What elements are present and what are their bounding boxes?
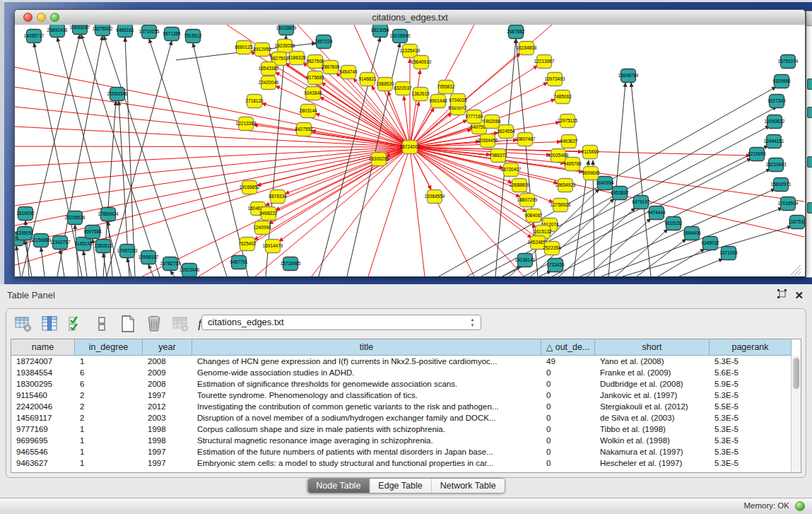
graph-edge[interactable]	[15, 147, 410, 265]
graph-edge[interactable]	[658, 249, 705, 276]
graph-edge[interactable]	[199, 147, 410, 276]
close-panel-icon[interactable]: ✕	[794, 291, 804, 300]
background-graph-node	[807, 107, 812, 118]
graph-node-label: 17957253	[117, 248, 138, 253]
graph-edge[interactable]	[580, 189, 775, 276]
float-panel-icon[interactable]	[777, 288, 787, 302]
table-selector-dropdown[interactable]: citations_edges.txt ▲▼	[201, 315, 481, 330]
graph-edge[interactable]	[149, 39, 227, 276]
column-header-short[interactable]: short	[595, 339, 710, 356]
background-window[interactable]	[806, 11, 812, 278]
graph-edge[interactable]	[60, 250, 64, 276]
graph-edge[interactable]	[637, 239, 686, 276]
table-mode-icon[interactable]	[13, 314, 33, 334]
graph-edge[interactable]	[623, 226, 792, 276]
memory-status-label: Memory: OK	[743, 501, 789, 510]
table-cell: 9115460	[11, 390, 75, 401]
column-header-out-de-[interactable]: △ out_de...	[541, 339, 595, 356]
network-window[interactable]: citations_edges.txt 18724007140557172089…	[14, 9, 806, 276]
column-header-year[interactable]: year	[143, 339, 192, 356]
resize-grip-icon[interactable]	[794, 269, 801, 275]
network-view-canvas[interactable]: 1872400714055717208914061065328715276002…	[15, 25, 805, 276]
table-row[interactable]: 969969511998Structural magnetic resonanc…	[11, 435, 791, 446]
table-row[interactable]: 1938455462009Genome-wide association stu…	[11, 367, 791, 378]
row-options-icon[interactable]	[92, 314, 112, 334]
table-cell: 22420046	[11, 401, 75, 412]
table-cell: 2012	[143, 401, 192, 412]
table-row[interactable]: 2242004622012Investigating the contribut…	[11, 401, 791, 412]
table-vertical-scrollbar[interactable]	[791, 356, 801, 472]
graph-edge[interactable]	[125, 37, 135, 276]
table-cell: 1997	[143, 446, 192, 457]
graph-edge[interactable]	[410, 147, 804, 237]
graph-edge[interactable]	[410, 70, 420, 147]
table-cell: 1	[75, 356, 143, 367]
table-toolbar: f(x)	[13, 313, 216, 335]
table-cell: 9777169	[11, 424, 75, 435]
select-columns-icon[interactable]	[66, 314, 86, 334]
graph-node-label: 10719155	[139, 29, 160, 34]
table-cell: 2008	[143, 356, 192, 367]
column-header-pagerank[interactable]: pagerank	[710, 339, 792, 356]
graph-node-label: 6479197	[632, 199, 650, 204]
graph-edge[interactable]	[279, 147, 410, 242]
graph-edge[interactable]	[104, 36, 184, 276]
graph-edge[interactable]	[83, 251, 87, 276]
citation-network-graph[interactable]: 1872400714055717208914061065328715276002…	[15, 25, 805, 276]
graph-node-label: 9827508	[306, 59, 324, 64]
graph-node-label: 16648784	[618, 73, 639, 78]
table-cell: 1997	[143, 457, 192, 469]
graph-edge[interactable]	[410, 147, 425, 276]
table-cell: 49	[541, 356, 595, 367]
graph-node-label: 15640910	[411, 59, 432, 64]
graph-node-label: 2687682	[507, 29, 525, 34]
graph-edge[interactable]	[616, 229, 668, 276]
show-columns-icon[interactable]	[40, 314, 59, 334]
graph-edge[interactable]	[15, 147, 410, 166]
graph-edge[interactable]	[148, 264, 153, 276]
graph-edge[interactable]	[601, 208, 782, 276]
graph-node-label: 12213383	[236, 121, 257, 126]
table-row[interactable]: 1830029562008Estimation of significance …	[11, 378, 791, 390]
table-cell: 5.3E-5	[710, 435, 792, 446]
column-header-name[interactable]: name	[11, 339, 75, 356]
table-row[interactable]: 1456911722003Disruption of a novel membe…	[11, 412, 791, 424]
graph-edge[interactable]	[312, 147, 410, 276]
graph-edge[interactable]	[25, 240, 32, 276]
table-row[interactable]: 1872400712008Changes of HCN gene express…	[11, 356, 791, 367]
graph-node-label: 16033809	[276, 25, 297, 30]
network-window-titlebar[interactable]: citations_edges.txt	[15, 10, 805, 25]
graph-edge[interactable]	[679, 259, 723, 276]
graph-edge[interactable]	[15, 146, 410, 147]
graph-edge[interactable]	[559, 208, 635, 276]
graph-edge[interactable]	[15, 87, 410, 147]
graph-edge[interactable]	[170, 271, 175, 276]
graph-node-label: 8878334	[269, 194, 287, 199]
graph-node-label: 18226058	[275, 43, 295, 48]
graph-node-label: 22420046	[259, 80, 279, 85]
column-header-in-degree[interactable]: in_degree	[75, 339, 143, 356]
graph-node-label: 9227343	[767, 98, 786, 103]
graph-node-label: 16210643	[766, 162, 787, 167]
scrollbar-thumb[interactable]	[793, 358, 799, 389]
table-row[interactable]: 946362711997Embryonic stem cells: a mode…	[11, 457, 791, 469]
tab-edge-table[interactable]: Edge Table	[370, 479, 431, 493]
graph-node-label: 1240994	[253, 225, 271, 230]
table-row[interactable]: 946554611997Estimation of the future num…	[11, 446, 791, 457]
table-row[interactable]: 977716911998Corpus callosum shape and si…	[11, 424, 791, 435]
graph-edge[interactable]	[16, 246, 20, 276]
create-column-icon[interactable]	[118, 314, 138, 334]
tab-node-table[interactable]: Node Table	[307, 479, 370, 493]
table-cell: 9699695	[11, 435, 75, 446]
tab-network-table[interactable]: Network Table	[432, 479, 505, 493]
column-header-title[interactable]: title	[192, 339, 541, 356]
table-cell: 5.3E-5	[710, 390, 792, 401]
table-row[interactable]: 911546021997Tourette syndrome. Phenomeno…	[11, 390, 791, 401]
graph-node-label: 7485063	[553, 94, 572, 99]
graph-edge[interactable]	[41, 247, 45, 276]
graph-node-label: 20053346	[107, 91, 128, 96]
memory-ok-indicator[interactable]	[795, 501, 805, 511]
table-cell: 18300295	[11, 378, 75, 390]
resize-grip-icon[interactable]	[798, 272, 801, 275]
delete-column-icon[interactable]	[144, 314, 164, 334]
